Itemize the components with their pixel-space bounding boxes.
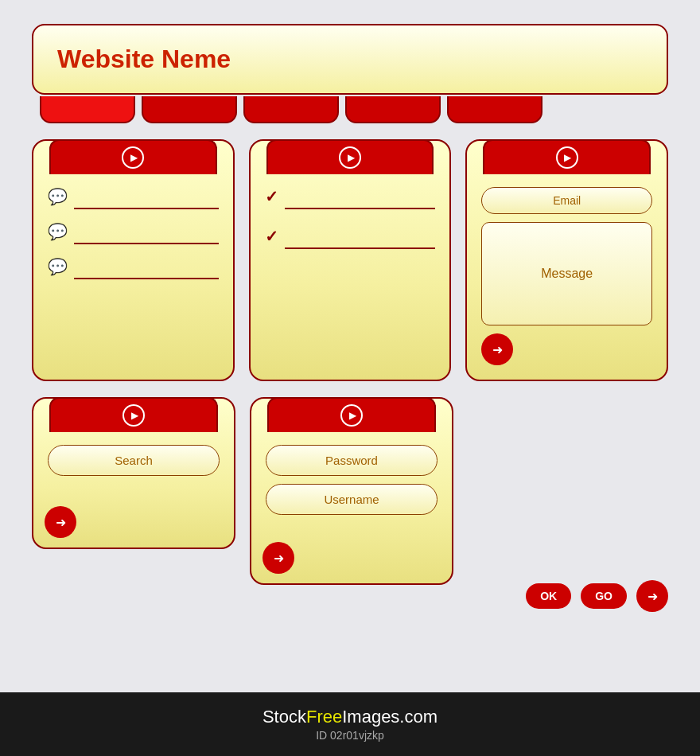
contact-widget: Email Message <box>465 139 668 381</box>
search-play-icon <box>122 404 145 427</box>
watermark-brand: StockFreeImages.com <box>262 707 438 727</box>
check-line-1 <box>285 208 436 209</box>
header-wrap: Website Neme <box>32 24 668 123</box>
nav-tab-5[interactable] <box>447 96 542 123</box>
checkmark-icon-2: ✓ <box>265 227 278 246</box>
nav-tab-1[interactable] <box>40 96 135 123</box>
action-buttons-row: OK GO <box>526 405 668 612</box>
login-submit-button[interactable] <box>262 542 294 574</box>
watermark-id: ID 02r01vjzkp <box>262 729 438 742</box>
nav-tabs <box>32 96 668 123</box>
contact-widget-header <box>483 139 651 174</box>
comment-bubble-icon-3: 💬 <box>48 257 68 276</box>
checklist-widget: ✓ ✓ <box>249 139 452 381</box>
search-widget: Search <box>32 397 235 549</box>
comments-play-icon <box>122 146 144 169</box>
contact-play-icon <box>556 146 578 169</box>
search-widget-footer <box>33 501 234 548</box>
comment-bubble-icon-1: 💬 <box>48 187 68 206</box>
widgets-row-2: Search Password Username OK GO <box>32 397 668 612</box>
search-widget-header <box>49 397 218 432</box>
contact-submit-button[interactable] <box>481 333 513 365</box>
login-widget: Password Username <box>250 397 453 585</box>
comment-item-2: 💬 <box>48 222 219 244</box>
comment-line-1 <box>74 208 219 209</box>
login-widget-header <box>267 397 436 432</box>
global-arrow-button[interactable] <box>636 580 668 612</box>
comment-line-3 <box>74 278 219 279</box>
nav-tab-3[interactable] <box>243 96 339 123</box>
search-submit-button[interactable] <box>45 506 76 538</box>
watermark-free: Free <box>306 707 342 727</box>
check-line-2 <box>285 247 436 249</box>
message-field[interactable]: Message <box>481 222 652 325</box>
watermark-bar: StockFreeImages.com ID 02r01vjzkp <box>0 692 700 756</box>
action-buttons-col: OK GO <box>468 397 668 612</box>
search-widget-body: Search <box>33 432 234 501</box>
nav-tab-2[interactable] <box>142 96 237 123</box>
login-widget-footer <box>251 537 452 583</box>
comments-widget: 💬 💬 💬 <box>32 139 235 381</box>
email-field[interactable]: Email <box>481 187 652 214</box>
comment-item-3: 💬 <box>48 257 219 279</box>
username-field[interactable]: Username <box>266 484 438 515</box>
comment-item-1: 💬 <box>48 187 219 209</box>
check-item-1: ✓ <box>265 187 436 209</box>
checklist-widget-body: ✓ ✓ <box>251 174 450 281</box>
main-canvas: Website Neme 💬 💬 <box>0 0 700 692</box>
comment-bubble-icon-2: 💬 <box>48 222 68 241</box>
site-title: Website Neme <box>57 45 231 73</box>
comments-widget-header <box>49 139 217 174</box>
password-field[interactable]: Password <box>266 445 438 476</box>
header-box: Website Neme <box>32 24 668 95</box>
checklist-play-icon <box>339 146 361 169</box>
check-item-2: ✓ <box>265 227 436 249</box>
checkmark-icon-1: ✓ <box>265 187 278 206</box>
login-widget-body: Password Username <box>251 432 452 537</box>
checklist-widget-header <box>266 139 434 174</box>
go-button[interactable]: GO <box>581 583 627 609</box>
login-play-icon <box>340 404 363 427</box>
comments-widget-body: 💬 💬 💬 <box>33 174 233 306</box>
contact-widget-body: Email Message <box>467 174 667 380</box>
comment-line-2 <box>74 243 219 244</box>
nav-tab-4[interactable] <box>345 96 441 123</box>
ok-button[interactable]: OK <box>526 583 571 609</box>
watermark-inner: StockFreeImages.com ID 02r01vjzkp <box>262 707 438 742</box>
widgets-row-1: 💬 💬 💬 ✓ <box>32 139 668 381</box>
search-input[interactable]: Search <box>48 445 220 476</box>
